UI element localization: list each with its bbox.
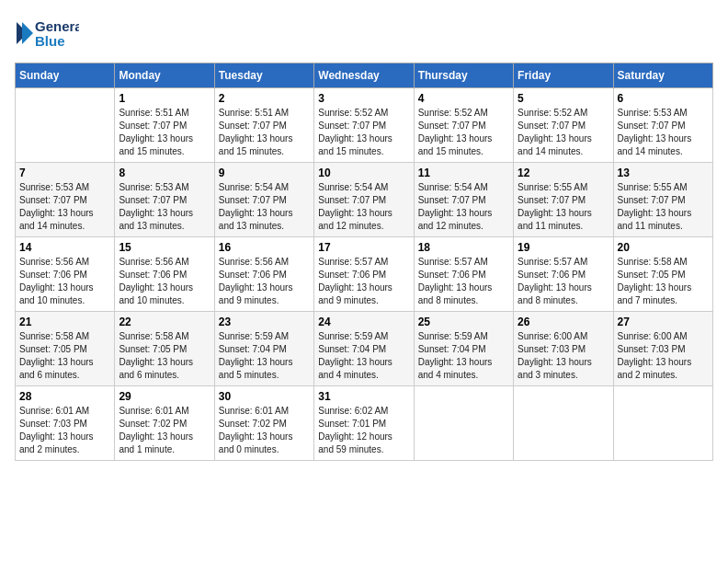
day-info: Sunrise: 5:55 AM Sunset: 7:07 PM Dayligh… [518,181,609,233]
day-number: 7 [19,167,110,179]
day-info: Sunrise: 5:53 AM Sunset: 7:07 PM Dayligh… [119,181,210,233]
day-number: 5 [518,92,609,105]
col-header-monday: Monday [115,63,214,88]
calendar-cell: 10Sunrise: 5:54 AM Sunset: 7:07 PM Dayli… [314,163,414,237]
day-number: 4 [418,92,509,105]
day-info: Sunrise: 5:56 AM Sunset: 7:06 PM Dayligh… [119,256,210,307]
day-number: 2 [219,92,310,105]
svg-marker-1 [22,22,33,44]
day-number: 17 [318,241,409,254]
calendar-cell: 9Sunrise: 5:54 AM Sunset: 7:07 PM Daylig… [214,163,313,237]
calendar-cell: 18Sunrise: 5:57 AM Sunset: 7:06 PM Dayli… [414,237,513,312]
day-info: Sunrise: 5:59 AM Sunset: 7:04 PM Dayligh… [418,330,509,382]
day-info: Sunrise: 5:56 AM Sunset: 7:06 PM Dayligh… [219,256,310,307]
calendar-cell: 23Sunrise: 5:59 AM Sunset: 7:04 PM Dayli… [214,312,313,386]
day-number: 26 [518,316,609,328]
day-number: 29 [119,390,210,403]
day-number: 31 [318,390,409,403]
calendar-cell: 15Sunrise: 5:56 AM Sunset: 7:06 PM Dayli… [115,237,214,312]
svg-text:Blue: Blue [35,33,65,49]
day-info: Sunrise: 6:00 AM Sunset: 7:03 PM Dayligh… [518,330,609,382]
day-number: 23 [219,316,310,328]
calendar-cell: 6Sunrise: 5:53 AM Sunset: 7:07 PM Daylig… [613,88,712,163]
col-header-wednesday: Wednesday [314,63,414,88]
week-row-5: 28Sunrise: 6:01 AM Sunset: 7:03 PM Dayli… [16,386,713,461]
day-info: Sunrise: 5:55 AM Sunset: 7:07 PM Dayligh… [618,181,709,233]
day-info: Sunrise: 5:52 AM Sunset: 7:07 PM Dayligh… [418,107,509,158]
day-info: Sunrise: 5:58 AM Sunset: 7:05 PM Dayligh… [119,330,210,382]
page-header: GeneralBlue [15,15,713,52]
day-info: Sunrise: 5:58 AM Sunset: 7:05 PM Dayligh… [618,256,709,307]
calendar-table: SundayMondayTuesdayWednesdayThursdayFrid… [15,63,713,461]
logo-svg: GeneralBlue [15,15,79,52]
day-info: Sunrise: 5:59 AM Sunset: 7:04 PM Dayligh… [219,330,310,382]
calendar-cell [613,386,712,461]
col-header-tuesday: Tuesday [214,63,313,88]
day-number: 13 [618,167,709,179]
col-header-sunday: Sunday [16,63,115,88]
day-info: Sunrise: 5:59 AM Sunset: 7:04 PM Dayligh… [318,330,409,382]
day-info: Sunrise: 5:52 AM Sunset: 7:07 PM Dayligh… [518,107,609,158]
calendar-cell: 21Sunrise: 5:58 AM Sunset: 7:05 PM Dayli… [16,312,115,386]
day-number: 30 [219,390,310,403]
calendar-cell: 29Sunrise: 6:01 AM Sunset: 7:02 PM Dayli… [115,386,214,461]
day-info: Sunrise: 5:58 AM Sunset: 7:05 PM Dayligh… [19,330,110,382]
day-info: Sunrise: 5:51 AM Sunset: 7:07 PM Dayligh… [219,107,310,158]
col-header-friday: Friday [514,63,613,88]
day-info: Sunrise: 5:57 AM Sunset: 7:06 PM Dayligh… [418,256,509,307]
calendar-cell: 20Sunrise: 5:58 AM Sunset: 7:05 PM Dayli… [613,237,712,312]
calendar-cell: 24Sunrise: 5:59 AM Sunset: 7:04 PM Dayli… [314,312,414,386]
day-info: Sunrise: 5:54 AM Sunset: 7:07 PM Dayligh… [318,181,409,233]
calendar-cell: 11Sunrise: 5:54 AM Sunset: 7:07 PM Dayli… [414,163,513,237]
day-number: 16 [219,241,310,254]
week-row-3: 14Sunrise: 5:56 AM Sunset: 7:06 PM Dayli… [16,237,713,312]
calendar-cell: 30Sunrise: 6:01 AM Sunset: 7:02 PM Dayli… [214,386,313,461]
day-info: Sunrise: 6:01 AM Sunset: 7:03 PM Dayligh… [19,405,110,456]
day-number: 24 [318,316,409,328]
day-info: Sunrise: 5:56 AM Sunset: 7:06 PM Dayligh… [19,256,110,307]
day-number: 19 [518,241,609,254]
day-number: 9 [219,167,310,179]
calendar-cell [16,88,115,163]
day-info: Sunrise: 5:51 AM Sunset: 7:07 PM Dayligh… [119,107,210,158]
col-header-saturday: Saturday [613,63,712,88]
svg-text:General: General [35,18,79,34]
calendar-cell: 8Sunrise: 5:53 AM Sunset: 7:07 PM Daylig… [115,163,214,237]
day-info: Sunrise: 5:52 AM Sunset: 7:07 PM Dayligh… [318,107,409,158]
day-number: 21 [19,316,110,328]
calendar-cell: 28Sunrise: 6:01 AM Sunset: 7:03 PM Dayli… [16,386,115,461]
calendar-cell: 26Sunrise: 6:00 AM Sunset: 7:03 PM Dayli… [514,312,613,386]
calendar-cell: 7Sunrise: 5:53 AM Sunset: 7:07 PM Daylig… [16,163,115,237]
day-info: Sunrise: 5:57 AM Sunset: 7:06 PM Dayligh… [318,256,409,307]
week-row-2: 7Sunrise: 5:53 AM Sunset: 7:07 PM Daylig… [16,163,713,237]
logo: GeneralBlue [15,15,79,52]
day-number: 15 [119,241,210,254]
day-number: 1 [119,92,210,105]
day-info: Sunrise: 5:53 AM Sunset: 7:07 PM Dayligh… [19,181,110,233]
day-number: 6 [618,92,709,105]
day-number: 10 [318,167,409,179]
day-info: Sunrise: 6:01 AM Sunset: 7:02 PM Dayligh… [119,405,210,456]
week-row-4: 21Sunrise: 5:58 AM Sunset: 7:05 PM Dayli… [16,312,713,386]
calendar-cell: 16Sunrise: 5:56 AM Sunset: 7:06 PM Dayli… [214,237,313,312]
calendar-cell: 31Sunrise: 6:02 AM Sunset: 7:01 PM Dayli… [314,386,414,461]
calendar-cell: 14Sunrise: 5:56 AM Sunset: 7:06 PM Dayli… [16,237,115,312]
col-header-thursday: Thursday [414,63,513,88]
week-row-1: 1Sunrise: 5:51 AM Sunset: 7:07 PM Daylig… [16,88,713,163]
calendar-cell [414,386,513,461]
day-info: Sunrise: 5:54 AM Sunset: 7:07 PM Dayligh… [219,181,310,233]
calendar-cell: 19Sunrise: 5:57 AM Sunset: 7:06 PM Dayli… [514,237,613,312]
day-info: Sunrise: 5:57 AM Sunset: 7:06 PM Dayligh… [518,256,609,307]
calendar-cell: 22Sunrise: 5:58 AM Sunset: 7:05 PM Dayli… [115,312,214,386]
calendar-cell: 1Sunrise: 5:51 AM Sunset: 7:07 PM Daylig… [115,88,214,163]
calendar-cell: 4Sunrise: 5:52 AM Sunset: 7:07 PM Daylig… [414,88,513,163]
day-number: 20 [618,241,709,254]
calendar-cell: 3Sunrise: 5:52 AM Sunset: 7:07 PM Daylig… [314,88,414,163]
calendar-cell: 12Sunrise: 5:55 AM Sunset: 7:07 PM Dayli… [514,163,613,237]
day-number: 8 [119,167,210,179]
day-info: Sunrise: 6:02 AM Sunset: 7:01 PM Dayligh… [318,405,409,456]
day-number: 25 [418,316,509,328]
calendar-cell: 5Sunrise: 5:52 AM Sunset: 7:07 PM Daylig… [514,88,613,163]
day-info: Sunrise: 5:54 AM Sunset: 7:07 PM Dayligh… [418,181,509,233]
day-info: Sunrise: 5:53 AM Sunset: 7:07 PM Dayligh… [618,107,709,158]
